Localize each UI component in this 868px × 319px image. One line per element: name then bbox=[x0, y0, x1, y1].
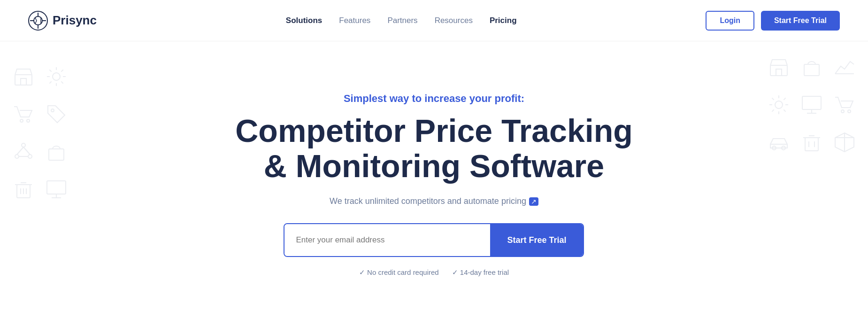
deco-monitor-icon bbox=[42, 173, 70, 206]
svg-point-10 bbox=[28, 155, 32, 158]
svg-rect-14 bbox=[49, 149, 64, 160]
navbar: Prisync Solutions Features Partners Reso… bbox=[0, 0, 868, 41]
deco-cart2-icon bbox=[830, 88, 859, 121]
svg-line-11 bbox=[17, 147, 23, 155]
deco-bin-icon bbox=[9, 173, 38, 206]
hero-subtitle: Simplest way to increase your profit: bbox=[235, 93, 632, 105]
svg-rect-2 bbox=[15, 75, 32, 85]
svg-point-8 bbox=[22, 143, 25, 147]
nav-actions: Login Start Free Trial bbox=[706, 11, 840, 31]
deco-trash2-icon bbox=[798, 126, 826, 159]
svg-line-12 bbox=[23, 147, 30, 155]
deco-network-icon bbox=[9, 135, 38, 168]
hero-desc-text: We track unlimited competitors and autom… bbox=[330, 196, 526, 206]
cta-form: Start Free Trial bbox=[284, 223, 584, 257]
deco-icons-left bbox=[9, 60, 70, 206]
svg-point-5 bbox=[20, 119, 23, 122]
nav-link-partners[interactable]: Partners bbox=[387, 16, 417, 25]
brand-name: Prisync bbox=[53, 13, 97, 28]
nav-item-partners[interactable]: Partners bbox=[387, 16, 417, 25]
deco-graph-icon bbox=[830, 51, 859, 84]
deco-package-icon bbox=[830, 126, 859, 159]
arrow-icon: ↗ bbox=[529, 197, 538, 206]
hero-title: Competitor Price Tracking & Monitoring S… bbox=[235, 113, 632, 184]
deco-tag-icon bbox=[42, 98, 70, 131]
hero-title-line2: & Monitoring Software bbox=[264, 148, 604, 184]
nav-link-features[interactable]: Features bbox=[339, 16, 370, 25]
svg-rect-28 bbox=[802, 96, 821, 109]
svg-rect-20 bbox=[47, 181, 66, 194]
nav-item-resources[interactable]: Resources bbox=[435, 16, 473, 25]
svg-point-32 bbox=[848, 110, 851, 113]
svg-point-7 bbox=[51, 109, 54, 112]
deco-car-icon bbox=[765, 126, 793, 159]
hero-content: Simplest way to increase your profit: Co… bbox=[235, 93, 632, 277]
badge-free-trial-text: ✓ 14-day free trial bbox=[452, 268, 509, 277]
badge-no-credit-card-text: ✓ No credit card required bbox=[359, 268, 439, 277]
deco-icons-right bbox=[765, 51, 859, 159]
nav-link-resources[interactable]: Resources bbox=[435, 16, 473, 25]
nav-item-pricing[interactable]: Pricing bbox=[490, 16, 517, 25]
login-button[interactable]: Login bbox=[706, 11, 754, 31]
email-input[interactable] bbox=[284, 224, 490, 256]
deco-shoppingbag2-icon bbox=[798, 51, 826, 84]
prisync-logo-icon bbox=[28, 11, 48, 31]
nav-link-pricing[interactable]: Pricing bbox=[490, 16, 517, 25]
hero-description: We track unlimited competitors and autom… bbox=[235, 196, 632, 206]
deco-store-icon bbox=[9, 60, 38, 93]
svg-rect-36 bbox=[805, 138, 818, 151]
svg-point-4 bbox=[53, 73, 60, 80]
svg-point-31 bbox=[841, 110, 844, 113]
deco-gear2-icon bbox=[765, 88, 793, 121]
svg-rect-3 bbox=[21, 78, 26, 85]
nav-link-solutions[interactable]: Solutions bbox=[286, 16, 322, 25]
svg-rect-25 bbox=[804, 64, 819, 76]
deco-desktop-icon bbox=[798, 88, 826, 121]
nav-item-solutions[interactable]: Solutions bbox=[286, 16, 322, 25]
hero-badges: ✓ No credit card required ✓ 14-day free … bbox=[235, 268, 632, 277]
svg-point-6 bbox=[27, 119, 30, 122]
svg-rect-24 bbox=[776, 69, 782, 76]
svg-point-27 bbox=[775, 101, 783, 109]
hero-section: Simplest way to increase your profit: Co… bbox=[0, 41, 868, 319]
badge-no-credit-card: ✓ No credit card required bbox=[359, 268, 439, 277]
nav-item-features[interactable]: Features bbox=[339, 16, 370, 25]
hero-title-line1: Competitor Price Tracking bbox=[235, 113, 632, 148]
nav-links: Solutions Features Partners Resources Pr… bbox=[286, 16, 517, 25]
deco-store2-icon bbox=[765, 51, 793, 84]
deco-gear-icon bbox=[42, 60, 70, 93]
badge-free-trial: ✓ 14-day free trial bbox=[452, 268, 509, 277]
start-free-trial-hero-button[interactable]: Start Free Trial bbox=[490, 224, 583, 256]
start-free-trial-nav-button[interactable]: Start Free Trial bbox=[761, 11, 840, 31]
logo-link[interactable]: Prisync bbox=[28, 11, 97, 31]
deco-bag-icon bbox=[42, 135, 70, 168]
svg-rect-23 bbox=[770, 65, 787, 76]
deco-cart-icon bbox=[9, 98, 38, 131]
svg-point-9 bbox=[15, 155, 19, 158]
